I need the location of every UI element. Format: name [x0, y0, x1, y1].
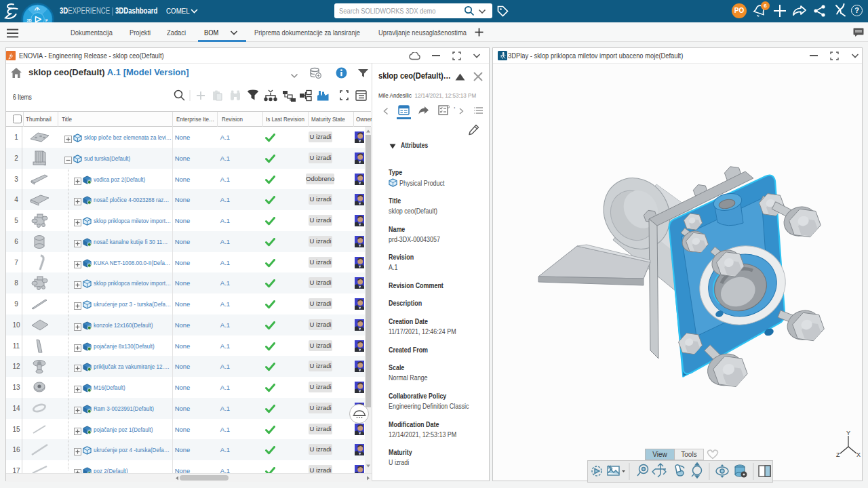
- svg-text:Z: Z: [836, 451, 840, 458]
- svg-text:µ: µ: [45, 18, 47, 22]
- svg-text:Y: Y: [846, 431, 850, 436]
- svg-text:3D: 3D: [27, 18, 32, 22]
- svg-text:X: X: [856, 451, 861, 458]
